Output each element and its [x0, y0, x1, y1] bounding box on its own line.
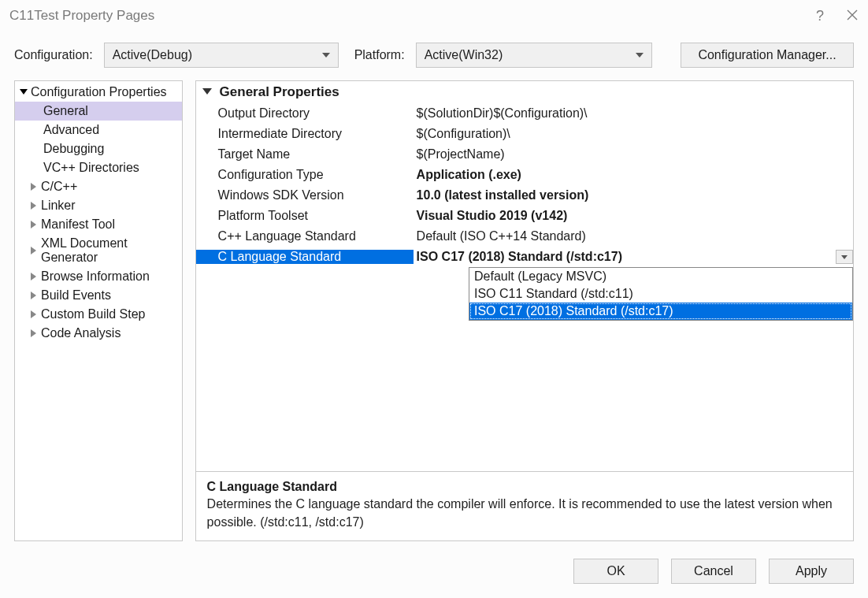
chevron-down-icon: [841, 255, 848, 259]
tree-branch-custom-build-step[interactable]: Custom Build Step: [15, 305, 182, 324]
triangle-right-icon: [31, 310, 36, 318]
c-language-standard-dropdown[interactable]: Default (Legacy MSVC) ISO C11 Standard (…: [469, 267, 853, 321]
property-description: C Language Standard Determines the C lan…: [195, 472, 854, 541]
triangle-right-icon: [31, 273, 36, 280]
triangle-right-icon: [31, 292, 36, 299]
tree-branch-build-events[interactable]: Build Events: [15, 286, 182, 305]
triangle-right-icon: [31, 183, 36, 191]
property-section-header[interactable]: General Properties: [196, 81, 853, 103]
dropdown-option[interactable]: Default (Legacy MSVC): [469, 268, 852, 285]
property-row-platform-toolset[interactable]: Platform Toolset Visual Studio 2019 (v14…: [196, 206, 853, 226]
property-row-intermediate-directory[interactable]: Intermediate Directory $(Configuration)\: [196, 124, 853, 144]
property-row-configuration-type[interactable]: Configuration Type Application (.exe): [196, 165, 853, 185]
property-value-dropdown-button[interactable]: [836, 250, 853, 264]
tree-branch-manifest-tool[interactable]: Manifest Tool: [15, 215, 182, 234]
tree-branch-xml-doc-gen[interactable]: XML Document Generator: [15, 234, 182, 267]
triangle-down-icon: [20, 89, 28, 95]
configuration-value: Active(Debug): [113, 48, 192, 62]
dropdown-option-selected[interactable]: ISO C17 (2018) Standard (/std:c17): [469, 303, 852, 320]
tree-item-general[interactable]: General: [15, 102, 182, 121]
platform-value: Active(Win32): [425, 48, 503, 62]
title-bar: C11Test Property Pages ?: [0, 0, 868, 32]
category-tree[interactable]: Configuration Properties General Advance…: [14, 80, 183, 541]
cancel-button[interactable]: Cancel: [671, 559, 756, 584]
property-description-body: Determines the C language standard the c…: [207, 496, 842, 531]
triangle-right-icon: [31, 247, 36, 254]
tree-branch-browse-info[interactable]: Browse Information: [15, 267, 182, 286]
tree-item-advanced[interactable]: Advanced: [15, 121, 182, 139]
dropdown-option[interactable]: ISO C11 Standard (/std:c11): [469, 285, 852, 303]
tree-branch-ccpp[interactable]: C/C++: [15, 177, 182, 196]
tree-root[interactable]: Configuration Properties: [15, 83, 182, 102]
window-title: C11Test Property Pages: [9, 8, 154, 24]
apply-button[interactable]: Apply: [769, 559, 854, 584]
configuration-manager-button[interactable]: Configuration Manager...: [681, 43, 854, 68]
property-section-title: General Properties: [220, 84, 339, 100]
triangle-right-icon: [31, 202, 36, 210]
property-row-target-name[interactable]: Target Name $(ProjectName): [196, 144, 853, 165]
ok-button[interactable]: OK: [573, 559, 658, 584]
platform-dropdown[interactable]: Active(Win32): [416, 43, 652, 68]
tree-branch-code-analysis[interactable]: Code Analysis: [15, 324, 182, 343]
property-grid[interactable]: General Properties Output Directory $(So…: [195, 80, 854, 472]
tree-root-label: Configuration Properties: [31, 85, 167, 99]
property-row-c-language-standard[interactable]: C Language Standard ISO C17 (2018) Stand…: [196, 247, 853, 267]
property-description-title: C Language Standard: [207, 480, 842, 494]
tree-item-vcpp-directories[interactable]: VC++ Directories: [15, 158, 182, 177]
property-row-windows-sdk-version[interactable]: Windows SDK Version 10.0 (latest install…: [196, 185, 853, 206]
configuration-dropdown[interactable]: Active(Debug): [104, 43, 339, 68]
platform-label: Platform:: [354, 48, 405, 62]
property-row-cpp-language-standard[interactable]: C++ Language Standard Default (ISO C++14…: [196, 226, 853, 247]
property-row-output-directory[interactable]: Output Directory $(SolutionDir)$(Configu…: [196, 103, 853, 124]
chevron-down-icon: [636, 53, 644, 58]
help-icon[interactable]: ?: [816, 9, 824, 23]
chevron-down-icon: [322, 53, 330, 58]
tree-item-debugging[interactable]: Debugging: [15, 139, 182, 158]
tree-branch-linker[interactable]: Linker: [15, 196, 182, 215]
configuration-label: Configuration:: [14, 48, 93, 62]
triangle-right-icon: [31, 329, 36, 337]
chevron-down-icon: [202, 88, 212, 95]
close-icon[interactable]: [846, 9, 859, 21]
dialog-footer: OK Cancel Apply: [0, 548, 868, 598]
triangle-right-icon: [31, 221, 36, 228]
configuration-bar: Configuration: Active(Debug) Platform: A…: [0, 32, 868, 80]
